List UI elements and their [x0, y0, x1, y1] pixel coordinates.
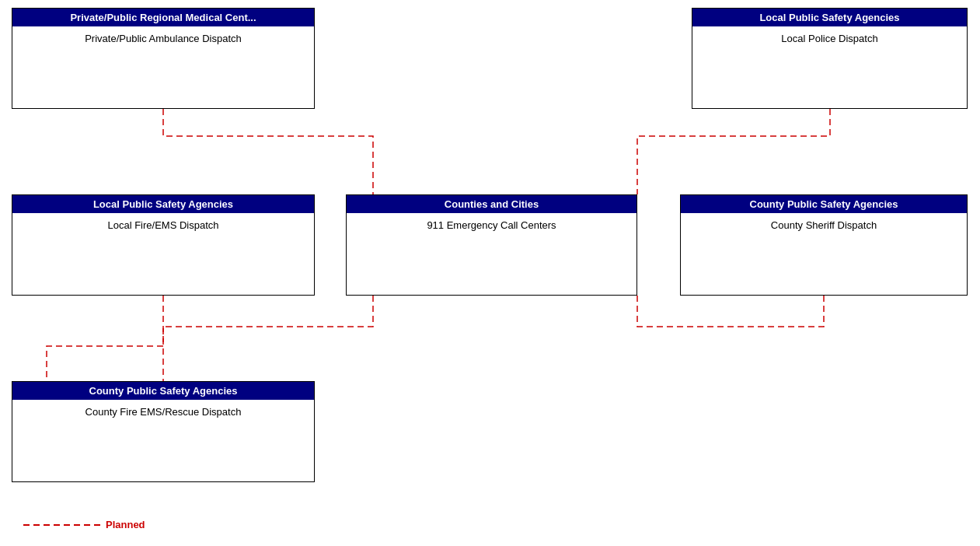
node-local-police-body: Local Police Dispatch — [692, 26, 967, 51]
legend: Planned — [23, 519, 145, 530]
node-county-sheriff-body: County Sheriff Dispatch — [681, 213, 967, 237]
node-county-sheriff: County Public Safety Agencies County She… — [680, 194, 968, 296]
node-local-police: Local Public Safety Agencies Local Polic… — [692, 8, 968, 109]
node-private-ambulance-header: Private/Public Regional Medical Cent... — [12, 9, 314, 26]
node-private-ambulance: Private/Public Regional Medical Cent... … — [12, 8, 315, 109]
node-county-fire-body: County Fire EMS/Rescue Dispatch — [12, 400, 314, 424]
node-call-centers-header: Counties and Cities — [347, 195, 636, 213]
node-county-fire-header: County Public Safety Agencies — [12, 382, 314, 400]
node-county-sheriff-header: County Public Safety Agencies — [681, 195, 967, 213]
node-private-ambulance-body: Private/Public Ambulance Dispatch — [12, 26, 314, 51]
node-call-centers-body: 911 Emergency Call Centers — [347, 213, 636, 237]
legend-planned-line: Planned — [23, 519, 145, 530]
node-local-fire-header: Local Public Safety Agencies — [12, 195, 314, 213]
diagram-container: Private/Public Regional Medical Cent... … — [0, 0, 980, 546]
node-local-police-header: Local Public Safety Agencies — [692, 9, 967, 26]
node-local-fire: Local Public Safety Agencies Local Fire/… — [12, 194, 315, 296]
legend-planned-label: Planned — [106, 519, 145, 530]
node-local-fire-body: Local Fire/EMS Dispatch — [12, 213, 314, 237]
legend-planned-svg — [23, 520, 101, 530]
node-county-fire: County Public Safety Agencies County Fir… — [12, 381, 315, 482]
node-call-centers: Counties and Cities 911 Emergency Call C… — [346, 194, 637, 296]
